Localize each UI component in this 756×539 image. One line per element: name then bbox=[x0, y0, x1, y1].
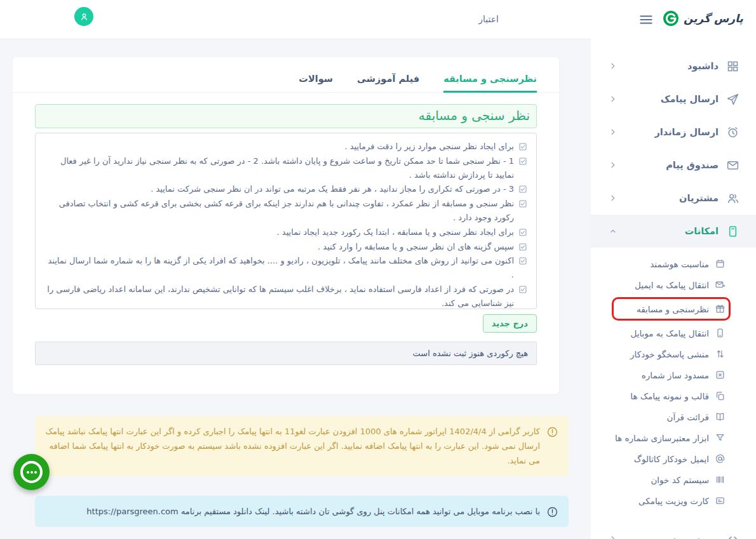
subitem-sms-to-email[interactable]: انتقال پیامک به ایمیل bbox=[591, 274, 756, 295]
instructions-box: برای ایجاد نظر سنجی موارد زیر را دقت فرم… bbox=[35, 133, 537, 309]
subitem-label: انتقال پیامک به موبایل bbox=[630, 328, 709, 338]
x-square-icon bbox=[715, 369, 726, 380]
funnel-icon bbox=[715, 432, 726, 443]
chevron-right-icon bbox=[609, 161, 618, 170]
subitem-quran-reading[interactable]: قرائت قرآن bbox=[591, 406, 756, 427]
instruction-item: 3 - در صورتی که تکراری را مجاز ندانید ، … bbox=[46, 182, 527, 196]
calendar-icon bbox=[715, 258, 726, 269]
subitem-label: منشی پاسخگو خودکار bbox=[630, 349, 709, 359]
envelope-icon bbox=[726, 159, 739, 172]
sidebar-nav: داشبود ارسال پیامک ارسال زماندار صندوق پ… bbox=[591, 39, 756, 539]
instruction-text: 1 - نظر سنجی شما تا حد ممکن تاریخ و ساعت… bbox=[60, 156, 514, 180]
chat-widget-button[interactable] bbox=[13, 454, 50, 490]
person-icon bbox=[79, 11, 90, 22]
subitem-label: مناسبت هوشمند bbox=[650, 259, 709, 269]
subitem-sms-business-card[interactable]: کارت ویزیت پیامکی bbox=[591, 490, 756, 511]
insert-new-button[interactable]: درج جدید bbox=[483, 314, 537, 333]
sidebar-header: پارس گرین bbox=[591, 0, 756, 39]
subitem-smart-occasion[interactable]: مناسبت هوشمند bbox=[591, 253, 756, 274]
instruction-item: اکنون می توانید از روش های مختلف مانند پ… bbox=[46, 254, 527, 282]
instruction-text: سپس گزینه های ان نظر سنجی و یا مسابقه را… bbox=[318, 242, 514, 251]
info-circle-icon bbox=[546, 506, 558, 518]
sidebar-item-label: ارسال زماندار bbox=[654, 127, 719, 137]
paper-plane-icon bbox=[726, 93, 739, 106]
chevron-right-icon bbox=[609, 194, 618, 203]
subitem-number-validation[interactable]: ابزار معتبرسازی شماره ها bbox=[591, 427, 756, 448]
empty-state: هیچ رکوردی هنوز ثبت نشده است bbox=[35, 342, 537, 365]
sidebar-item-web-service[interactable]: وب سرویس bbox=[591, 522, 756, 539]
instruction-item: نظر سنجی و مسابقه از نظر عمکرد ، تفاوت چ… bbox=[46, 197, 527, 225]
sidebar-item-features[interactable]: امکانات bbox=[591, 215, 756, 248]
instruction-text: نظر سنجی و مسابقه از نظر عمکرد ، تفاوت چ… bbox=[59, 199, 514, 222]
subitem-sms-to-mobile[interactable]: انتقال پیامک به موبایل bbox=[591, 323, 756, 343]
credit-label[interactable]: اعتبار bbox=[478, 14, 499, 24]
checkbox-icon bbox=[519, 229, 527, 236]
gift-icon bbox=[715, 303, 726, 314]
instruction-text: برای ایجاد نظر سنجی موارد زیر را دقت فرم… bbox=[344, 142, 514, 151]
subitem-label: ابزار معتبرسازی شماره ها bbox=[615, 433, 709, 443]
instruction-item: برای ایجاد نظر سنجی و یا مسابقه ، ابتدا … bbox=[46, 225, 527, 239]
subitem-auto-reply[interactable]: منشی پاسخگو خودکار bbox=[591, 343, 756, 364]
tab-questions[interactable]: سوالات bbox=[299, 74, 333, 92]
mobile-app-info-alert: با نصب برنامه موبایل می توانید همه امکان… bbox=[35, 496, 569, 527]
checkbox-icon bbox=[519, 286, 527, 293]
user-avatar[interactable] bbox=[74, 7, 93, 26]
id-card-icon bbox=[715, 495, 726, 506]
subitem-label: کارت ویزیت پیامکی bbox=[638, 496, 709, 506]
operator-warning-alert: کاربر گرامی از 1402/4/4 اپراتور شماره ها… bbox=[35, 416, 569, 476]
instruction-item: 1 - نظر سنجی شما تا حد ممکن تاریخ و ساعت… bbox=[46, 154, 527, 182]
brand-name: پارس گرین bbox=[684, 12, 743, 25]
chevron-up-icon bbox=[609, 227, 618, 236]
alert-text: با نصب برنامه موبایل می توانید همه امکان… bbox=[86, 504, 540, 519]
hamburger-menu-icon[interactable] bbox=[638, 11, 654, 28]
sidebar-item-label: امکانات bbox=[685, 226, 719, 236]
sidebar-item-label: ارسال پیامک bbox=[661, 94, 719, 104]
features-submenu: مناسبت هوشمند انتقال پیامک به ایمیل نظرس… bbox=[591, 248, 756, 514]
checkbox-icon bbox=[519, 200, 527, 208]
users-icon bbox=[726, 192, 739, 205]
chevron-right-icon bbox=[609, 535, 618, 539]
chat-bubble-dots-icon bbox=[20, 461, 43, 483]
brand-logo[interactable]: پارس گرین bbox=[663, 10, 743, 27]
page-title: نظر سنجی و مسابقه bbox=[35, 104, 537, 128]
sidebar-item-customers[interactable]: مشتریان bbox=[591, 182, 756, 215]
sidebar-item-label: داشبود bbox=[687, 61, 719, 71]
instruction-text: برای ایجاد نظر سنجی و یا مسابقه ، ابتدا … bbox=[277, 227, 514, 237]
tab-training-video[interactable]: فیلم آموزشی bbox=[357, 74, 419, 92]
instruction-text: 3 - در صورتی که تکراری را مجاز ندانید ، … bbox=[151, 184, 514, 194]
sidebar-item-scheduled-send[interactable]: ارسال زماندار bbox=[591, 116, 756, 149]
document-icon bbox=[726, 225, 739, 238]
checkbox-icon bbox=[519, 185, 527, 193]
subitem-templates[interactable]: قالب و نمونه پیامک ها bbox=[591, 385, 756, 406]
checkbox-icon bbox=[519, 243, 527, 251]
checkbox-icon bbox=[519, 143, 527, 150]
checkbox-icon bbox=[519, 157, 527, 165]
subitem-label: ایمیل خودکار کاتالوگ bbox=[634, 454, 709, 464]
code-brackets-icon bbox=[726, 533, 739, 539]
sidebar-item-send-sms[interactable]: ارسال پیامک bbox=[591, 83, 756, 116]
tab-survey-contest[interactable]: نظرسنجی و مسابقه bbox=[443, 74, 537, 93]
smartphone-icon bbox=[715, 328, 726, 338]
instruction-item: در صورتی که فرد از اعداد فارسی استفاده ن… bbox=[46, 283, 527, 309]
subitem-survey-contest[interactable]: نظرسنجی و مسابقه bbox=[612, 297, 731, 321]
subitem-label: انتقال پیامک به ایمیل bbox=[635, 280, 709, 290]
survey-card: نظرسنجی و مسابقه فیلم آموزشی سوالات نظر … bbox=[13, 57, 559, 394]
subitem-number-blocker[interactable]: مسدود ساز شماره bbox=[591, 364, 756, 385]
subitem-label: سیستم کد خوان bbox=[651, 475, 709, 485]
dashboard-grid-icon bbox=[726, 60, 739, 73]
instruction-text: در صورتی که فرد از اعداد فارسی استفاده ن… bbox=[47, 284, 514, 308]
subitem-label: قرائت قرآن bbox=[666, 412, 709, 422]
subitem-catalog-email[interactable]: ایمیل خودکار کاتالوگ bbox=[591, 448, 756, 469]
subitem-label: نظرسنجی و مسابقه bbox=[637, 304, 709, 314]
tab-bar: نظرسنجی و مسابقه فیلم آموزشی سوالات bbox=[13, 57, 559, 93]
instruction-text: اکنون می توانید از روش های مختلف مانند پ… bbox=[48, 256, 514, 279]
subitem-code-reader[interactable]: سیستم کد خوان bbox=[591, 469, 756, 490]
sidebar-item-inbox[interactable]: صندوق پیام bbox=[591, 149, 756, 182]
button-row: درج جدید bbox=[35, 314, 537, 333]
sidebar-item-label: وب سرویس bbox=[663, 534, 719, 539]
chevron-right-icon bbox=[609, 95, 618, 103]
subitem-label: قالب و نمونه پیامک ها bbox=[630, 391, 709, 401]
copy-icon bbox=[715, 390, 726, 401]
sidebar-item-dashboard[interactable]: داشبود bbox=[591, 50, 756, 83]
sidebar: پارس گرین داشبود ارسال پیامک ارسال زماند… bbox=[591, 0, 756, 539]
